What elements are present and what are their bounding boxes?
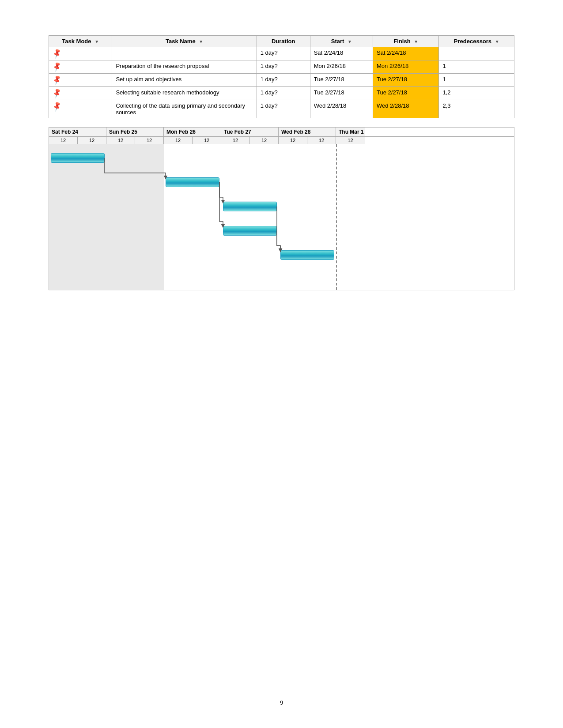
- time-cell: 12: [193, 137, 221, 144]
- task-name-cell: Selecting suitable research methodology: [112, 87, 257, 100]
- duration-cell: 1 day?: [257, 47, 310, 60]
- finish-cell: Tue 2/27/18: [373, 87, 439, 100]
- start-cell: Mon 2/26/18: [310, 60, 373, 74]
- start-dropdown-arrow[interactable]: ▼: [348, 39, 352, 44]
- start-cell: Wed 2/28/18: [310, 100, 373, 118]
- finish-header[interactable]: Finish ▼: [373, 36, 439, 47]
- task-name-cell: Preparation of the research proposal: [112, 60, 257, 74]
- predecessors-cell: [439, 47, 514, 60]
- task-mode-header[interactable]: Task Mode ▼: [49, 36, 112, 47]
- thumbtack-icon: 📌: [51, 101, 63, 112]
- time-cell: 12: [49, 137, 78, 144]
- duration-cell: 1 day?: [257, 60, 310, 74]
- thumbtack-icon: 📌: [51, 48, 63, 59]
- day-label-sun25: Sun Feb 25: [106, 128, 164, 136]
- predecessors-cell: 2,3: [439, 100, 514, 118]
- task-name-header[interactable]: Task Name ▼: [112, 36, 257, 47]
- today-line: [336, 144, 337, 290]
- gantt-bar-row4: [280, 250, 334, 260]
- table-row: 📌 Set up aim and objectives 1 day? Tue 2…: [49, 74, 514, 87]
- task-mode-cell: 📌: [49, 74, 112, 87]
- time-cell: 12: [106, 137, 135, 144]
- table-row: 📌 1 day? Sat 2/24/18 Sat 2/24/18: [49, 47, 514, 60]
- time-cell: 12: [336, 137, 365, 144]
- gantt-time-row: 12 12 12 12 12 12 12 12 12 12 12: [49, 137, 514, 144]
- task-name-cell: [112, 47, 257, 60]
- gantt-header: Sat Feb 24 Sun Feb 25 Mon Feb 26 Tue Feb…: [49, 128, 514, 137]
- day-label-tue27: Tue Feb 27: [221, 128, 279, 136]
- time-cell: 12: [250, 137, 279, 144]
- start-header[interactable]: Start ▼: [310, 36, 373, 47]
- time-cell: 12: [78, 137, 106, 144]
- table-row: 📌 Collecting of the data using primary a…: [49, 100, 514, 118]
- gantt-bar-row0: [51, 153, 105, 163]
- thumbtack-icon: 📌: [51, 61, 63, 72]
- predecessors-cell: 1: [439, 60, 514, 74]
- thumbtack-icon: 📌: [51, 87, 63, 99]
- start-cell: Sat 2/24/18: [310, 47, 373, 60]
- finish-dropdown-arrow[interactable]: ▼: [414, 39, 418, 44]
- day-label-wed28: Wed Feb 28: [279, 128, 336, 136]
- finish-cell: Mon 2/26/18: [373, 60, 439, 74]
- day-label-thu1: Thu Mar 1: [336, 128, 365, 136]
- task-mode-cell: 📌: [49, 60, 112, 74]
- task-mode-cell: 📌: [49, 47, 112, 60]
- time-cell: 12: [307, 137, 336, 144]
- duration-cell: 1 day?: [257, 100, 310, 118]
- time-cell: 12: [221, 137, 250, 144]
- gantt-body: [49, 144, 514, 290]
- duration-cell: 1 day?: [257, 74, 310, 87]
- gantt-chart: Sat Feb 24 Sun Feb 25 Mon Feb 26 Tue Feb…: [49, 127, 514, 290]
- finish-cell: Tue 2/27/18: [373, 74, 439, 87]
- gantt-table: Task Mode ▼ Task Name ▼ Duration Start ▼…: [49, 35, 514, 118]
- duration-header[interactable]: Duration: [257, 36, 310, 47]
- predecessors-cell: 1,2: [439, 87, 514, 100]
- time-cell: 12: [135, 137, 164, 144]
- task-mode-dropdown-arrow[interactable]: ▼: [94, 39, 99, 44]
- day-label-sat24: Sat Feb 24: [49, 128, 106, 136]
- task-mode-cell: 📌: [49, 87, 112, 100]
- thumbtack-icon: 📌: [51, 74, 63, 86]
- weekend-shade: [49, 144, 164, 290]
- task-name-cell: Collecting of the data using primary and…: [112, 100, 257, 118]
- finish-cell: Sat 2/24/18: [373, 47, 439, 60]
- finish-cell: Wed 2/28/18: [373, 100, 439, 118]
- start-cell: Tue 2/27/18: [310, 87, 373, 100]
- gantt-bar-row2: [223, 202, 277, 211]
- time-cell: 12: [279, 137, 307, 144]
- predecessors-cell: 1: [439, 74, 514, 87]
- day-label-mon26: Mon Feb 26: [164, 128, 221, 136]
- task-mode-cell: 📌: [49, 100, 112, 118]
- gantt-bar-row3: [223, 226, 277, 236]
- table-row: 📌 Preparation of the research proposal 1…: [49, 60, 514, 74]
- gantt-bar-row1: [166, 177, 219, 187]
- table-row: 📌 Selecting suitable research methodolog…: [49, 87, 514, 100]
- duration-cell: 1 day?: [257, 87, 310, 100]
- page-number: 9: [280, 699, 283, 706]
- time-cell: 12: [164, 137, 193, 144]
- task-name-cell: Set up aim and objectives: [112, 74, 257, 87]
- task-name-dropdown-arrow[interactable]: ▼: [199, 39, 203, 44]
- predecessors-header[interactable]: Predecessors ▼: [439, 36, 514, 47]
- start-cell: Tue 2/27/18: [310, 74, 373, 87]
- predecessors-dropdown-arrow[interactable]: ▼: [495, 39, 499, 44]
